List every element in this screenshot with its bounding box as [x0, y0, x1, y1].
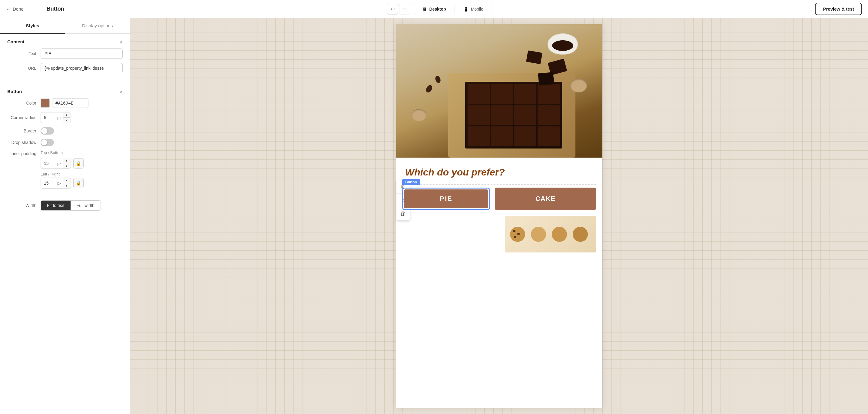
tabs-row: Styles Display options: [0, 18, 130, 34]
fit-to-text-button[interactable]: Fit to text: [41, 201, 70, 210]
buttons-row: ⧉ ☆ 🗑 Button PIE: [396, 184, 602, 216]
drop-shadow-label: Drop shadow: [7, 140, 40, 145]
corner-radius-input-group: px ▲ ▼: [40, 112, 71, 123]
text-input[interactable]: [40, 49, 123, 59]
left-right-down[interactable]: ▼: [63, 183, 70, 188]
left-right-padding-group: px ▲ ▼ 🔒: [7, 178, 123, 188]
left-right-label: Left / Right: [40, 172, 60, 176]
corner-radius-steppers: ▲ ▼: [63, 113, 70, 123]
left-right-steppers: ▲ ▼: [63, 178, 70, 188]
content-section-title: Content: [7, 39, 25, 44]
left-right-lock[interactable]: 🔒: [73, 178, 84, 188]
preview-label: Preview & test: [823, 6, 854, 11]
top-bar-center: ↩ ↪ 🖥 Desktop 📱 Mobile: [387, 4, 492, 14]
undo-button[interactable]: ↩: [387, 4, 398, 14]
mobile-icon: 📱: [463, 7, 468, 11]
color-picker-group: [40, 98, 88, 108]
pie-label: PIE: [440, 195, 452, 203]
border-row: Border: [7, 127, 123, 135]
drop-shadow-row: Drop shadow: [7, 139, 123, 146]
content-section-header: Content ∧: [7, 39, 123, 44]
border-toggle[interactable]: [40, 127, 54, 135]
url-row: URL: [7, 63, 123, 73]
top-bottom-lock[interactable]: 🔒: [73, 158, 84, 169]
top-bottom-padding-group: px ▲ ▼ 🔒: [7, 158, 123, 169]
corner-radius-input[interactable]: [41, 113, 56, 122]
left-right-padding-row: px ▲ ▼ 🔒: [40, 178, 123, 188]
cookies-row: [396, 216, 602, 259]
mobile-view-button[interactable]: 📱 Mobile: [455, 4, 492, 14]
hero-image-inner: [396, 24, 602, 157]
width-label: Width: [7, 203, 40, 208]
undo-redo-group: ↩ ↪: [387, 4, 410, 14]
width-section: Width Fit to text Full width: [0, 197, 130, 216]
cake-button[interactable]: CAKE: [495, 187, 596, 210]
top-bottom-steppers: ▲ ▼: [63, 158, 70, 169]
top-bottom-down[interactable]: ▼: [63, 164, 70, 169]
color-swatch[interactable]: [40, 98, 50, 108]
page-title: Button: [46, 6, 64, 12]
text-label: Text: [7, 51, 40, 56]
done-label: Done: [13, 6, 24, 11]
corner-radius-down[interactable]: ▼: [63, 118, 70, 123]
tab-styles[interactable]: Styles: [0, 18, 65, 33]
pie-button[interactable]: PIE: [404, 189, 488, 208]
border-label: Border: [7, 128, 40, 134]
left-right-input[interactable]: [41, 178, 56, 187]
delete-icon: 🗑: [400, 211, 406, 217]
color-label: Color: [7, 100, 40, 106]
top-bar: ← Done Button ↩ ↪ 🖥 Desktop 📱 Mobile Pre…: [0, 0, 868, 18]
pie-button-selected-border: PIE: [402, 187, 490, 210]
top-bottom-label: Top / Bottom: [40, 150, 63, 155]
bowl: [548, 33, 578, 55]
chocolate-bar: [465, 82, 562, 148]
url-input[interactable]: [40, 63, 123, 73]
arrow-left-icon: ←: [6, 6, 11, 12]
button-section-title: Button: [7, 89, 22, 94]
fit-to-text-label: Fit to text: [47, 203, 64, 208]
full-width-button[interactable]: Full width: [70, 201, 100, 210]
hero-image: [396, 24, 602, 157]
redo-button[interactable]: ↪: [399, 4, 410, 14]
cookies-image: [505, 216, 596, 253]
desktop-label: Desktop: [429, 7, 446, 11]
left-right-input-group: px ▲ ▼: [40, 178, 71, 188]
content-chevron[interactable]: ∧: [120, 39, 123, 44]
button-section-header: Button ∧: [7, 89, 123, 94]
corner-radius-label: Corner radius: [7, 115, 40, 120]
mobile-label: Mobile: [471, 7, 484, 11]
button-section: Button ∧ Color Corner radius px ▲: [0, 83, 130, 197]
content-card: Which do you prefer? ⧉ ☆ 🗑: [396, 24, 602, 408]
left-panel: Styles Display options Content ∧ Text UR…: [0, 18, 130, 414]
left-right-label-row: Left / Right: [40, 172, 123, 176]
button-chevron[interactable]: ∧: [120, 89, 123, 94]
inner-padding-section: Inner padding Top / Bottom px ▲ ▼: [7, 150, 123, 188]
desktop-icon: 🖥: [423, 7, 427, 11]
left-right-up[interactable]: ▲: [63, 178, 70, 183]
tab-display-options[interactable]: Display options: [65, 18, 130, 33]
top-bottom-input-group: px ▲ ▼: [40, 158, 71, 169]
question-text: Which do you prefer?: [396, 157, 602, 184]
corner-radius-row: Corner radius px ▲ ▼: [7, 112, 123, 123]
top-bottom-input[interactable]: [41, 159, 56, 168]
text-row: Text: [7, 49, 123, 59]
corner-radius-up[interactable]: ▲: [63, 113, 70, 118]
full-width-label: Full width: [76, 203, 94, 208]
left-right-unit: px: [56, 181, 63, 185]
inner-padding-label: Inner padding: [7, 151, 40, 156]
done-button[interactable]: ← Done: [6, 6, 24, 12]
url-label: URL: [7, 66, 40, 70]
desktop-view-button[interactable]: 🖥 Desktop: [414, 4, 455, 14]
preview-test-button[interactable]: Preview & test: [815, 3, 862, 15]
top-bottom-unit: px: [56, 161, 63, 166]
view-toggle: 🖥 Desktop 📱 Mobile: [414, 4, 492, 14]
cake-label: CAKE: [535, 195, 555, 203]
top-bottom-padding-row: px ▲ ▼ 🔒: [40, 158, 123, 169]
drop-shadow-toggle[interactable]: [40, 139, 54, 146]
width-toggle: Fit to text Full width: [40, 200, 101, 211]
inner-padding-row: Inner padding Top / Bottom: [7, 150, 123, 157]
main-layout: Styles Display options Content ∧ Text UR…: [0, 18, 868, 414]
top-bottom-up[interactable]: ▲: [63, 158, 70, 164]
color-hex-input[interactable]: [52, 98, 88, 108]
top-bar-left: ← Done Button: [6, 6, 64, 12]
